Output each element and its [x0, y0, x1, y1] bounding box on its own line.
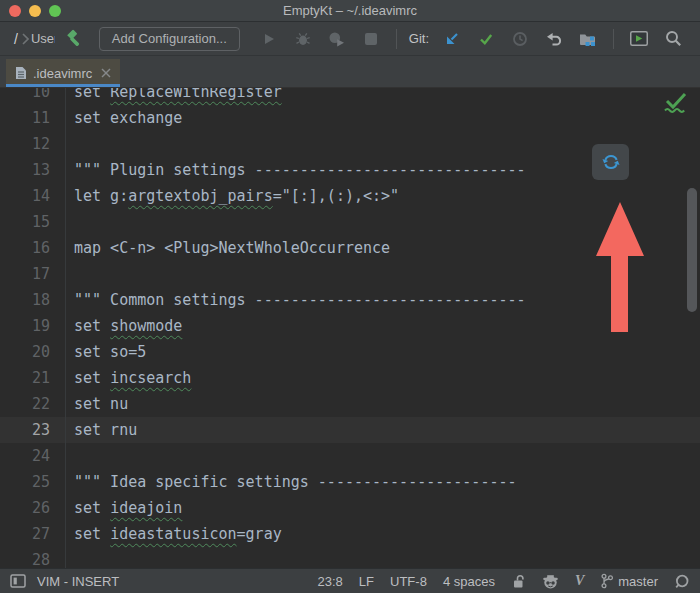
- profiler-icon: [328, 31, 345, 47]
- toolbar-separator: [613, 29, 614, 49]
- code-line[interactable]: 20set so=5: [0, 339, 700, 365]
- code-line[interactable]: 19set showmode: [0, 313, 700, 339]
- code-line[interactable]: 23set rnu: [0, 417, 700, 443]
- editor-scrollbar-thumb[interactable]: [687, 188, 697, 312]
- code-text[interactable]: set showmode: [64, 313, 182, 339]
- run-anything-button[interactable]: [627, 27, 651, 51]
- stop-button[interactable]: [359, 27, 383, 51]
- breadcrumb-root[interactable]: /: [14, 31, 18, 47]
- run-configuration-selector[interactable]: Add Configuration...: [99, 27, 240, 51]
- line-number[interactable]: 10: [0, 88, 64, 105]
- code-line[interactable]: 10set ReplaceWithRegister: [0, 88, 700, 105]
- caret-position-widget[interactable]: 23:8: [318, 574, 343, 589]
- vim-mode-widget[interactable]: VIM - INSERT: [37, 574, 119, 589]
- file-icon: [15, 66, 27, 80]
- profiler-button[interactable]: [325, 27, 349, 51]
- toggle-toolwindows-button[interactable]: [10, 574, 26, 588]
- reload-ideavimrc-button[interactable]: [592, 144, 629, 180]
- editor[interactable]: 10set ReplaceWithRegister11set exchange1…: [0, 88, 700, 568]
- line-number[interactable]: 15: [0, 209, 64, 235]
- code-text[interactable]: set ideastatusicon=gray: [64, 521, 282, 547]
- sync-refresh-icon: [601, 152, 621, 172]
- line-number[interactable]: 21: [0, 365, 64, 391]
- gutter-separator: [65, 88, 66, 568]
- code-text[interactable]: """ Plugin settings --------------------…: [64, 157, 526, 183]
- encoding-widget[interactable]: UTF-8: [390, 574, 427, 589]
- code-text[interactable]: set rnu: [64, 417, 137, 443]
- line-number[interactable]: 14: [0, 183, 64, 209]
- breadcrumb-segment[interactable]: User: [31, 31, 55, 46]
- code-text[interactable]: set ReplaceWithRegister: [64, 88, 282, 105]
- git-branch-icon: [600, 573, 613, 589]
- code-line[interactable]: 21set incsearch: [0, 365, 700, 391]
- close-window-button[interactable]: [9, 5, 21, 17]
- git-label: Git:: [409, 31, 429, 46]
- line-number[interactable]: 12: [0, 131, 64, 157]
- commit-check-icon: [478, 31, 494, 47]
- line-number[interactable]: 13: [0, 157, 64, 183]
- build-project-button[interactable]: [62, 27, 86, 51]
- close-tab-icon[interactable]: [101, 68, 111, 78]
- play-icon: [262, 32, 276, 46]
- indent-widget[interactable]: 4 spaces: [443, 574, 495, 589]
- code-line[interactable]: 14let g:argtextobj_pairs="[:],(:),<:>": [0, 183, 700, 209]
- code-line[interactable]: 25""" Idea specific settings -----------…: [0, 469, 700, 495]
- fullscreen-window-button[interactable]: [49, 5, 61, 17]
- debug-button[interactable]: [291, 27, 315, 51]
- code-text[interactable]: """ Idea specific settings -------------…: [64, 469, 517, 495]
- ide-window: EmptyKt – ~/.ideavimrc / User Add Config…: [0, 0, 700, 593]
- line-number[interactable]: 28: [0, 547, 64, 568]
- line-number[interactable]: 17: [0, 261, 64, 287]
- git-rollback-button[interactable]: [542, 27, 566, 51]
- readonly-toggle-widget[interactable]: [511, 574, 526, 589]
- update-project-icon: [444, 31, 460, 47]
- line-number[interactable]: 26: [0, 495, 64, 521]
- highlighting-level-widget[interactable]: [542, 574, 559, 589]
- line-ending-widget[interactable]: LF: [359, 574, 374, 589]
- minimize-window-button[interactable]: [29, 5, 41, 17]
- code-line[interactable]: 22set nu: [0, 391, 700, 417]
- git-branch-widget[interactable]: master: [600, 573, 658, 589]
- line-number[interactable]: 16: [0, 235, 64, 261]
- code-line[interactable]: 24: [0, 443, 700, 469]
- inspection-ok-icon: [662, 91, 688, 114]
- ideavim-widget[interactable]: V: [575, 573, 584, 589]
- project-structure-button[interactable]: [576, 27, 600, 51]
- search-everywhere-button[interactable]: [661, 27, 685, 51]
- line-number[interactable]: 24: [0, 443, 64, 469]
- hector-inspector-icon: [542, 574, 559, 589]
- annotation-arrow-up: [596, 202, 644, 332]
- inspections-indicator[interactable]: [662, 91, 688, 114]
- code-text[interactable]: let g:argtextobj_pairs="[:],(:),<:>": [64, 183, 399, 209]
- line-number[interactable]: 27: [0, 521, 64, 547]
- code-line[interactable]: 27set ideastatusicon=gray: [0, 521, 700, 547]
- line-number[interactable]: 19: [0, 313, 64, 339]
- code-line[interactable]: 28: [0, 547, 700, 568]
- tab-ideavimrc[interactable]: .ideavimrc: [6, 59, 120, 87]
- code-line[interactable]: 26set ideajoin: [0, 495, 700, 521]
- line-number[interactable]: 23: [0, 417, 64, 443]
- git-update-button[interactable]: [440, 27, 464, 51]
- code-text[interactable]: set nu: [64, 391, 128, 417]
- code-text[interactable]: set exchange: [64, 105, 182, 131]
- code-text[interactable]: """ Common settings --------------------…: [64, 287, 526, 313]
- line-number[interactable]: 18: [0, 287, 64, 313]
- code-line[interactable]: 16map <C-n> <Plug>NextWholeOccurrence: [0, 235, 700, 261]
- event-log-widget[interactable]: [674, 574, 690, 589]
- code-line[interactable]: 17: [0, 261, 700, 287]
- code-text[interactable]: set incsearch: [64, 365, 191, 391]
- code-text[interactable]: map <C-n> <Plug>NextWholeOccurrence: [64, 235, 390, 261]
- code-line[interactable]: 15: [0, 209, 700, 235]
- code-text[interactable]: set ideajoin: [64, 495, 182, 521]
- code-line[interactable]: 18""" Common settings ------------------…: [0, 287, 700, 313]
- line-number[interactable]: 22: [0, 391, 64, 417]
- git-commit-button[interactable]: [474, 27, 498, 51]
- run-button[interactable]: [257, 27, 281, 51]
- active-tab-indicator: [6, 84, 120, 87]
- git-history-button[interactable]: [508, 27, 532, 51]
- line-number[interactable]: 11: [0, 105, 64, 131]
- line-number[interactable]: 25: [0, 469, 64, 495]
- code-line[interactable]: 11set exchange: [0, 105, 700, 131]
- code-text[interactable]: set so=5: [64, 339, 146, 365]
- line-number[interactable]: 20: [0, 339, 64, 365]
